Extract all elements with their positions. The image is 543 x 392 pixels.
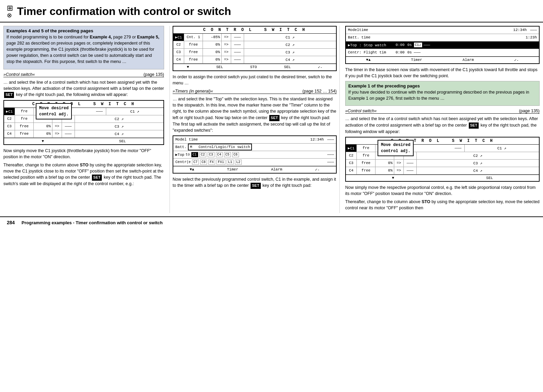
cs-row-m-c1: ▶C1 Cnt. 1 –85% => ——— C1 ↗ [173, 34, 336, 41]
highlight-box-left: Examples 4 and 5 of the preceding pages … [3, 26, 164, 69]
set-badge-1: SET [4, 92, 14, 98]
cs-r-val-c4: 0% [376, 167, 394, 174]
cs-box-middle: C O N T R O L S W I T C H ▶C1 Cnt. 1 –85… [173, 26, 337, 71]
cs-m-right-c1: C1 ↗ [244, 34, 336, 41]
logic-popup-header: M Control/Logic/fix switch [188, 144, 252, 150]
right-text1: The timer in the base screen now starts … [345, 67, 540, 79]
main-content: Examples 4 and 5 of the preceding pages … [0, 22, 543, 213]
md-row-modeltime: Model time 12:34h ——— [173, 136, 336, 144]
lp-c4: C4 [216, 152, 223, 157]
cs-m-footer-sel3: SEL [284, 65, 291, 69]
md-row-batt: Batt. M Control/Logic/fix switch [173, 144, 336, 151]
cs-m-arrow-c1: => [222, 34, 231, 41]
cs-r-row-c1: ▶C1 fre Move desiredcontrol adj. ——— C1 … [346, 145, 539, 152]
menu-ref-m-label: »Timers (in general)« [173, 89, 213, 94]
lp-c5: C5 [224, 152, 231, 157]
lp-c2: C2 [199, 152, 206, 157]
md-label-centr: Centr [175, 160, 187, 164]
page-title: Timer confirmation with control or switc… [17, 5, 231, 18]
cs-r-val-c3: 0% [376, 160, 394, 167]
md-r-label-centr: Centr: Flight tim [348, 50, 396, 54]
cs-arrow-c3: => [52, 123, 62, 130]
md-r-val-modeltime: 12:34h [513, 28, 527, 32]
cs-m-name-c1: Cnt. 1 [184, 34, 203, 41]
cs-r-right-c4: C4 ↗ [417, 167, 539, 174]
right-text3: Now simply move the respective proportio… [345, 184, 540, 197]
cs-r-dash-c3: ——— [404, 160, 417, 167]
lp-l1: L1 [227, 160, 234, 165]
md-r-centr: Centr: Flight tim 0:00 0s ——— [346, 49, 539, 56]
md-label-batt: Batt. [175, 145, 187, 149]
md-r-val2-top: 0s [407, 43, 412, 47]
cs-m-name-c3: free [184, 49, 203, 56]
cs-m-ch-c1: ▶C1 [173, 34, 184, 41]
cs-m-dash-c2: ——— [231, 41, 244, 48]
cs-row-m-c4: C4 free 0% => ——— C4 ↗ [173, 56, 336, 64]
cs-r-name-c1: fre [357, 145, 376, 152]
cs-name-c2: fre [15, 115, 34, 122]
col-middle: C O N T R O L S W I T C H ▶C1 Cnt. 1 –85… [170, 26, 340, 213]
cs-m-val-c1: –85% [203, 34, 222, 41]
lp-c7: C7 [192, 160, 199, 165]
cs-r-arrow-c4: => [394, 167, 404, 174]
page-number: 284 [7, 220, 15, 225]
cs-ch-c1: ▶C1 [4, 108, 15, 115]
menu-ref-label: »Control switch« [3, 72, 35, 77]
menu-ref-middle: »Timers (in general)« (page 152 … 154) [173, 89, 337, 94]
cs-m-ch-c3: C3 [173, 49, 184, 56]
cs-dash-c1: ——— [93, 108, 106, 115]
cs-m-footer-sel2: SEL [216, 65, 223, 69]
cs-name-c1: fre [15, 108, 34, 115]
menu-ref-left-1: »Control switch« (page 135) [3, 72, 164, 77]
md-r-dash-centr: ——— [414, 50, 421, 54]
cs-r-ch-c2: C2 [346, 152, 357, 159]
middle-text3: Now select the previously programmed con… [173, 176, 337, 189]
lp-label: to [186, 152, 190, 157]
cs-r-row-c3: C3 free 0% => ——— C3 ↗ [346, 160, 539, 167]
md-r-val1-top: 0:00 [396, 43, 404, 47]
cs-r-row-c4: C4 free 0% => ——— C4 ↗ [346, 167, 539, 175]
model-box-middle: Model time 12:34h ——— Batt. M Control/Lo… [173, 135, 337, 174]
cs-r-arrow-c3: => [394, 160, 404, 167]
cs-m-name-c2: free [184, 41, 203, 48]
col-right: Modeltime 12:34h ——— Batt. time 1:23h ▶T… [342, 26, 540, 213]
highlight-box-title-left: Examples 4 and 5 of the preceding pages [6, 28, 161, 33]
cs-row-m-c2: C2 free 0% => ——— C2 ↗ [173, 41, 336, 49]
cs-m-arrow-c2: => [222, 41, 231, 48]
md-row-top: ▶Top to C1 C2 C3 C4 C5 C6 ——— [173, 151, 336, 159]
model-display-right: Modeltime 12:34h ——— Batt. time 1:23h ▶T… [345, 26, 540, 64]
cs-footer-left: ▼ SEL [4, 138, 163, 144]
cs-popup-left: Move desiredcontrol adj. [36, 103, 72, 119]
md-r-sym: ✓- [514, 58, 518, 62]
md-footer-arrows: ▼▲ [190, 167, 194, 172]
cs-right-c4: C4 ↗ [75, 130, 163, 137]
cs-r-ch-c3: C3 [346, 160, 357, 167]
highlight-box-text-left: If model programming is to be continued … [6, 34, 161, 65]
md-r-label-modeltime: Modeltime [348, 28, 513, 32]
cs-m-right-c2: C2 ↗ [244, 41, 336, 48]
cs-r-footer-arrow: ▼ [392, 176, 394, 180]
md-r-label-top: ▶Top : Stop watch [348, 43, 396, 47]
highlight-box-title-right: Example 1 of the preceding pages [348, 83, 537, 88]
md-r-alarm: Alarm [463, 58, 474, 62]
md-r-footer: ▼▲ Timer Alarm ✓- [346, 56, 539, 63]
cs-row-c1-left: ▶C1 fre Move desiredcontrol adj. ——— C1 … [4, 108, 163, 115]
set-badge-m1: SET [269, 115, 279, 121]
cs-ch-c4: C4 [4, 130, 15, 137]
md-row-centr: Centr (e C7 C8 FX FXi L1 L2 ——— [173, 159, 336, 166]
footer-text: Programming examples - Timer confirmatio… [21, 220, 162, 225]
cs-row-c4-left: C4 free 0% => ——— C4 ↗ [4, 130, 163, 138]
cs-m-arrow-c3: => [222, 49, 231, 56]
highlight-box-text-right: If you have decided to continue with the… [348, 89, 537, 101]
lp2-label: (e [187, 160, 191, 164]
md-dash-centr: ——— [327, 160, 334, 164]
timer-icon: ⊞ [7, 4, 13, 12]
cs-m-dash-c3: ——— [231, 49, 244, 56]
middle-text1: In order to assign the control switch yo… [173, 74, 337, 86]
cs-m-val-c4: 0% [203, 56, 222, 63]
cs-r-dash-c4: ——— [404, 167, 417, 174]
right-text2: … and select the line of a control switc… [345, 116, 540, 134]
cs-r-right-c1: C1 ↗ [465, 145, 539, 152]
cs-r-dash-c1: ——— [452, 145, 465, 152]
lp-c8: C8 [200, 160, 207, 165]
